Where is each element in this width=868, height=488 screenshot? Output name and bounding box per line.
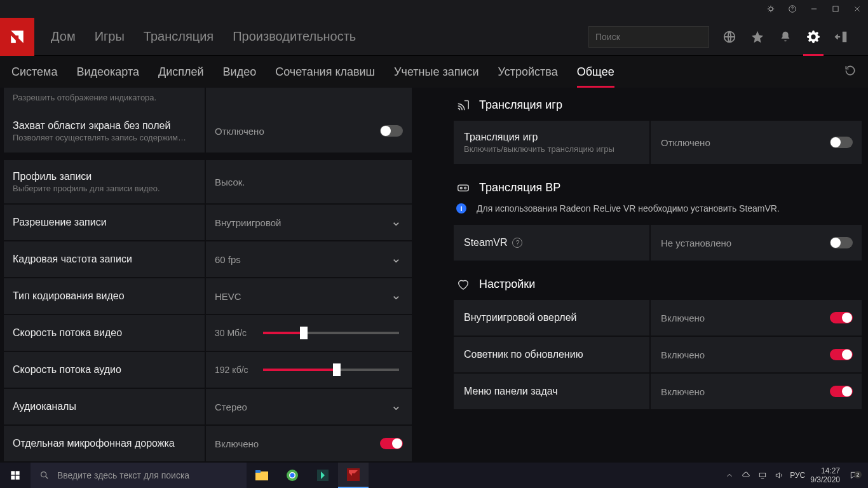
search-box[interactable] [588, 26, 709, 48]
search-input[interactable] [595, 32, 707, 42]
borderless-value: Отключено [215, 126, 264, 137]
abr-title: Скорость потока аудио [13, 364, 196, 376]
tray-onedrive-icon[interactable] [740, 471, 752, 480]
tray-notifications-icon[interactable]: 2 [845, 471, 863, 480]
row-steamvr[interactable]: SteamVR ? Не установлено [454, 225, 862, 261]
row-separate-mic[interactable]: Отдельная микрофонная дорожка Включено [4, 426, 412, 461]
bug-icon[interactable] [765, 3, 776, 15]
vr-info-message: i Для использования Radeon ReLive VR нео… [456, 203, 862, 214]
tray-volume-icon[interactable] [773, 471, 785, 480]
vr-icon [456, 180, 470, 194]
tab-general[interactable]: Общее [577, 65, 614, 79]
close-icon[interactable] [851, 3, 863, 15]
tray-toggle[interactable] [830, 386, 853, 397]
row-tray-menu[interactable]: Меню панели задач Включено [454, 374, 862, 409]
taskbar-search-placeholder: Введите здесь текст для поиска [57, 470, 189, 480]
borderless-sub: Позволяет осуществлять запись содержим… [13, 133, 196, 142]
profile-sub: Выберите профиль для записи видео. [13, 184, 196, 193]
stream-title: Трансляция игр [464, 132, 639, 143]
tab-gpu[interactable]: Видеокарта [77, 65, 140, 79]
reset-icon[interactable] [844, 64, 857, 79]
tray-chevron-icon[interactable] [724, 471, 735, 480]
taskbar-chrome-icon[interactable] [277, 463, 308, 488]
tray-clock[interactable]: 14:27 9/3/2020 [810, 466, 840, 485]
tab-devices[interactable]: Устройства [498, 65, 558, 79]
tab-system[interactable]: Система [11, 65, 58, 79]
mic-title: Отдельная микрофонная дорожка [13, 438, 196, 449]
row-record-fps[interactable]: Кадровая частота записи 60 fps [4, 241, 412, 277]
row-advisor[interactable]: Советник по обновлению Включено [454, 337, 862, 372]
content-area: Разрешить отображение индикатора. Захват… [0, 88, 868, 463]
overlay-toggle[interactable] [830, 312, 853, 323]
cast-icon [456, 98, 470, 112]
abr-slider[interactable] [263, 369, 399, 371]
bell-icon[interactable] [778, 29, 793, 44]
tab-hotkeys[interactable]: Сочетания клавиш [275, 65, 375, 79]
prev-row-sub: Разрешить отображение индикатора. [13, 93, 196, 102]
info-icon: i [456, 203, 466, 214]
advisor-toggle[interactable] [830, 349, 853, 360]
vbr-slider[interactable] [263, 332, 399, 334]
search-icon [39, 470, 50, 480]
stream-value: Отключено [661, 137, 710, 148]
row-game-streaming[interactable]: Трансляция игр Включить/выключить трансл… [454, 121, 862, 164]
maximize-icon[interactable] [830, 3, 841, 15]
tab-accounts[interactable]: Учетные записи [394, 65, 478, 79]
taskbar-explorer-icon[interactable] [247, 463, 277, 488]
svg-point-17 [290, 473, 295, 478]
row-overlay[interactable]: Внутриигровой оверлей Включено [454, 300, 862, 336]
svg-rect-5 [458, 185, 469, 191]
row-audio-channels[interactable]: Аудиоканалы Стерео [4, 389, 412, 424]
help-icon[interactable]: ? [512, 238, 522, 248]
svg-rect-2 [833, 6, 838, 11]
taskbar-amd-icon[interactable] [338, 463, 369, 488]
nav-home[interactable]: Дом [51, 29, 76, 44]
tab-video[interactable]: Видео [223, 65, 257, 79]
abr-label: 192 кб/с [215, 365, 253, 375]
star-icon[interactable] [750, 29, 765, 44]
main-nav: Дом Игры Трансляция Производительность [0, 18, 868, 56]
globe-icon[interactable] [722, 29, 737, 44]
resolution-value: Внутриигровой [215, 217, 281, 228]
row-audio-bitrate[interactable]: Скорость потока аудио 192 кб/с [4, 352, 412, 388]
row-borderless-capture[interactable]: Захват области экрана без полей Позволяе… [4, 109, 412, 152]
help-icon[interactable] [787, 3, 798, 15]
nav-streaming[interactable]: Трансляция [144, 29, 214, 44]
profile-value: Высок. [215, 177, 245, 187]
minimize-icon[interactable] [808, 3, 820, 15]
nav-games[interactable]: Игры [95, 29, 125, 44]
codec-value: HEVC [215, 291, 241, 302]
heart-icon [456, 277, 470, 291]
amd-logo[interactable] [0, 18, 34, 56]
row-record-profile[interactable]: Профиль записи Выберите профиль для запи… [4, 160, 412, 203]
exit-icon[interactable] [834, 29, 849, 44]
tab-display[interactable]: Дисплей [158, 65, 204, 79]
tray-network-icon[interactable] [757, 471, 768, 480]
settings-gear-icon[interactable] [806, 29, 821, 44]
row-codec[interactable]: Тип кодирования видео HEVC [4, 278, 412, 314]
tray-lang[interactable]: РУС [790, 471, 805, 480]
channels-value: Стерео [215, 402, 247, 412]
mic-toggle[interactable] [380, 438, 403, 449]
stream-toggle[interactable] [830, 137, 853, 148]
svg-rect-10 [11, 476, 15, 480]
row-video-bitrate[interactable]: Скорость потока видео 30 Мб/с [4, 315, 412, 351]
resolution-title: Разрешение записи [13, 217, 196, 228]
start-button[interactable] [0, 463, 31, 488]
row-record-resolution[interactable]: Разрешение записи Внутриигровой [4, 205, 412, 240]
nav-performance[interactable]: Производительность [233, 29, 356, 44]
taskbar-app3-icon[interactable] [308, 463, 338, 488]
profile-title: Профиль записи [13, 171, 196, 182]
borderless-title: Захват области экрана без полей [13, 120, 196, 132]
section-game-streaming: Трансляция игр [456, 98, 862, 112]
window-titlebar [0, 0, 868, 18]
left-pane: Разрешить отображение индикатора. Захват… [0, 88, 419, 463]
taskbar-search[interactable]: Введите здесь текст для поиска [31, 463, 247, 488]
steamvr-title: SteamVR [464, 237, 507, 248]
section-preferences: Настройки [456, 277, 862, 291]
svg-rect-8 [11, 471, 15, 475]
overlay-value: Включено [661, 313, 705, 323]
advisor-title: Советник по обновлению [464, 349, 639, 360]
steamvr-toggle[interactable] [830, 237, 853, 248]
borderless-toggle[interactable] [380, 125, 403, 137]
